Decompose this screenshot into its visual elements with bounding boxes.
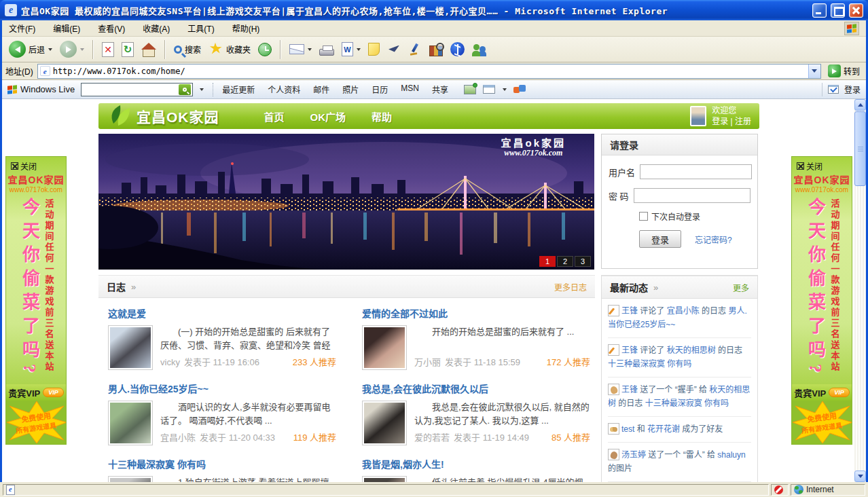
stop-icon (102, 42, 114, 57)
activity-item: test 和 花开花谢 成为了好友 (608, 417, 751, 443)
blog-entry-title[interactable]: 我总是,会在彼此沉默很久以后 (362, 382, 590, 395)
blog-entry-thumbnail[interactable] (362, 476, 407, 482)
blog-entry-title[interactable]: 十三种最深寂寞 你有吗 (108, 457, 336, 471)
back-button[interactable]: 后退 (6, 39, 55, 60)
scroll-up-button[interactable] (854, 99, 866, 111)
bluetooth-button[interactable] (448, 40, 467, 58)
stop-button[interactable] (99, 40, 117, 59)
search-icon (174, 45, 182, 54)
blog-entry-thumbnail[interactable] (108, 401, 153, 445)
leaf-logo-icon (107, 103, 134, 129)
home-button[interactable] (139, 41, 159, 58)
banner-vip-row[interactable]: 贵宾VIP VIP (6, 384, 66, 401)
back-dropdown-icon[interactable] (48, 48, 52, 51)
mail-button[interactable] (287, 42, 314, 56)
login-button[interactable]: 登录 (639, 230, 681, 248)
banner-headline: 今天你偷菜了吗? (17, 198, 42, 384)
menu-file[interactable]: 文件(F) (9, 22, 35, 34)
blog-entry-author[interactable]: 爱的若若 (414, 430, 450, 443)
refresh-button[interactable] (119, 40, 137, 59)
scroll-down-button[interactable] (854, 471, 866, 482)
header-login-link[interactable]: 登录 (712, 117, 728, 126)
carousel-page-1[interactable]: 1 (539, 256, 556, 267)
live-link-photos[interactable]: 照片 (342, 84, 359, 95)
minimize-button[interactable] (812, 3, 827, 18)
more-blogs-link[interactable]: 更多日志 (554, 281, 587, 293)
windows-live-brand: Windows Live (7, 84, 75, 94)
blog-entry: 这就是爱 (一) 开始的开始总是甜蜜的 后来就有了厌倦、习惯、背弃、寂寞、绝望和… (101, 298, 340, 373)
password-input[interactable] (634, 188, 751, 203)
menu-favorites[interactable]: 收藏(A) (143, 22, 170, 34)
blog-entry-thumbnail[interactable] (362, 325, 407, 370)
live-signin-link[interactable]: 登录 (844, 84, 861, 95)
blog-entry-title[interactable]: 爱情的全部不过如此 (362, 306, 590, 320)
nav-help[interactable]: 帮助 (372, 109, 392, 124)
history-button[interactable] (255, 41, 274, 58)
live-search-box (81, 83, 193, 96)
username-input[interactable] (640, 164, 752, 179)
live-link-mail[interactable]: 邮件 (313, 84, 329, 95)
carousel-page-3[interactable]: 3 (575, 256, 591, 267)
translate-icon[interactable] (513, 85, 526, 94)
blog-entry-thumbnail[interactable] (362, 401, 407, 445)
edit-with-word-button[interactable] (339, 40, 363, 58)
banner-vip-row[interactable]: 贵宾VIP VIP (792, 384, 852, 401)
close-button[interactable] (849, 3, 863, 18)
carousel-page-2[interactable]: 2 (557, 256, 573, 267)
blog-entry-thumbnail[interactable] (108, 325, 153, 370)
blog-entry-title[interactable]: 我皆是烟,烟亦人生! (362, 457, 590, 471)
live-search-dropdown-icon[interactable] (200, 88, 204, 91)
blog-entry-author[interactable]: vicky (160, 357, 180, 367)
banner-close-button[interactable]: 关闭 (797, 160, 822, 172)
window-options-icon[interactable] (483, 85, 495, 94)
menu-help[interactable]: 帮助(H) (232, 22, 260, 34)
left-banner-ad[interactable]: 关闭 宜昌OK家园 www.0717ok.com 今天你偷菜了吗? 活动期间任何… (5, 156, 67, 445)
live-link-updates[interactable]: 最近更新 (222, 84, 255, 95)
header-register-link[interactable]: 注册 (735, 117, 751, 126)
nav-ok-plaza[interactable]: OK广场 (310, 109, 346, 124)
vertical-scrollbar[interactable] (854, 99, 866, 482)
live-link-msn[interactable]: MSN (401, 84, 419, 95)
messenger-button[interactable] (469, 41, 490, 58)
scrollbar-thumb[interactable] (854, 111, 866, 186)
blog-entry-thumbnail[interactable] (108, 476, 153, 482)
mail-dropdown-icon[interactable] (308, 48, 312, 51)
blog-entry-title[interactable]: 男人.当你已经25岁后~~ (108, 382, 336, 395)
word-dropdown-icon[interactable] (357, 48, 361, 51)
menu-edit[interactable]: 编辑(E) (53, 22, 80, 34)
blog-entry-title[interactable]: 这就是爱 (108, 306, 336, 320)
search-button[interactable]: 搜索 (171, 41, 204, 57)
hero-slideshow[interactable]: 宜昌ok家园 www.0717ok.com 1 2 3 (98, 134, 594, 270)
address-input[interactable] (53, 67, 806, 76)
go-button[interactable]: 转到 (825, 63, 863, 79)
maximize-button[interactable] (831, 3, 845, 18)
live-search-input[interactable] (84, 85, 177, 94)
blog-entry-author[interactable]: 万小丽 (414, 355, 441, 368)
favorites-button[interactable]: 收藏夹 (206, 41, 253, 58)
menu-view[interactable]: 查看(V) (98, 22, 125, 34)
site-nav: 首页 OK广场 帮助 (264, 109, 393, 124)
more-activity-link[interactable]: 更多 (733, 282, 749, 293)
site-logo-text[interactable]: 宜昌OK家园 (137, 106, 219, 126)
address-dropdown-icon[interactable] (808, 65, 820, 78)
plugin-button-1[interactable] (384, 41, 403, 58)
live-link-profile[interactable]: 个人资料 (268, 84, 300, 95)
live-link-share[interactable]: 共享 (432, 84, 448, 95)
notes-button[interactable] (365, 41, 382, 58)
banner-close-button[interactable]: 关闭 (11, 160, 37, 172)
pen-button[interactable] (405, 41, 424, 58)
blog-entry-author[interactable]: 宜昌小陈 (160, 430, 196, 443)
print-button[interactable] (317, 41, 337, 58)
menu-tools[interactable]: 工具(T) (187, 22, 214, 34)
forward-button[interactable] (57, 39, 87, 60)
research-button[interactable] (427, 41, 446, 58)
photo-pin-icon[interactable] (464, 85, 476, 94)
forgot-password-link[interactable]: 忘记密码? (695, 234, 732, 245)
right-banner-ad[interactable]: 关闭 宜昌OK家园 www.0717ok.com 今天你偷菜了吗? 活动期间任何… (791, 156, 852, 445)
options-dropdown-icon[interactable] (503, 88, 507, 91)
nav-home[interactable]: 首页 (264, 109, 285, 124)
live-search-button[interactable] (179, 84, 191, 95)
auto-login-checkbox[interactable] (639, 212, 648, 221)
live-link-calendar[interactable]: 日历 (372, 84, 388, 95)
print-icon (319, 49, 334, 56)
